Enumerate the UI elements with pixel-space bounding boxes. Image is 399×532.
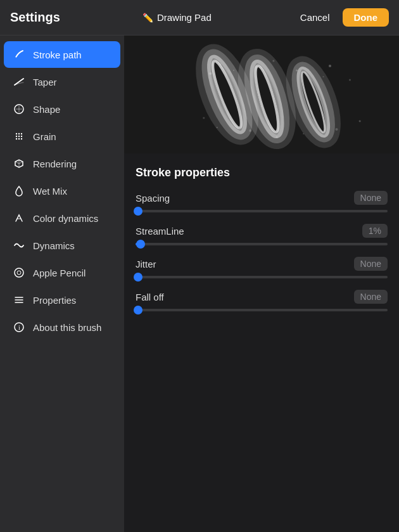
about-icon: i <box>13 321 25 334</box>
svg-point-4 <box>21 133 22 134</box>
svg-point-35 <box>272 60 274 62</box>
slider-fall-off[interactable] <box>136 309 388 311</box>
sidebar: Stroke pathTaperShapeGrainRenderingWet M… <box>0 36 124 532</box>
svg-point-34 <box>256 66 258 68</box>
brush-stroke-svg <box>124 36 399 153</box>
main-layout: Stroke pathTaperShapeGrainRenderingWet M… <box>0 36 399 532</box>
sidebar-item-rendering[interactable]: Rendering <box>4 150 120 177</box>
slider-jitter[interactable] <box>136 276 388 278</box>
svg-point-40 <box>203 117 205 119</box>
property-row-streamline: StreamLine1% <box>136 224 388 245</box>
color-dynamics-icon <box>13 212 25 224</box>
sidebar-item-dynamics[interactable]: Dynamics <box>4 232 120 259</box>
sidebar-item-label-taper: Taper <box>33 77 57 88</box>
sidebar-item-shape[interactable]: Shape <box>4 96 120 122</box>
property-value-jitter: None <box>354 257 388 271</box>
svg-point-38 <box>329 65 331 67</box>
sidebar-item-label-rendering: Rendering <box>33 159 77 169</box>
sidebar-item-stroke-path[interactable]: Stroke path <box>4 41 120 68</box>
svg-point-45 <box>335 128 338 131</box>
sidebar-item-label-color-dynamics: Color dynamics <box>33 213 98 224</box>
property-value-streamline: 1% <box>362 224 388 238</box>
svg-point-7 <box>21 136 22 137</box>
property-header-jitter: JitterNone <box>136 257 388 271</box>
sidebar-item-label-properties: Properties <box>33 295 76 306</box>
svg-point-5 <box>16 136 17 137</box>
svg-point-9 <box>18 138 20 139</box>
svg-point-46 <box>359 120 361 122</box>
rendering-icon <box>13 157 25 170</box>
svg-point-36 <box>296 70 298 72</box>
sidebar-item-taper[interactable]: Taper <box>4 68 120 95</box>
svg-point-8 <box>16 138 17 139</box>
sidebar-item-grain[interactable]: Grain <box>4 123 120 150</box>
sidebar-item-apple-pencil[interactable]: Apple Pencil <box>4 259 120 286</box>
svg-point-33 <box>233 70 234 71</box>
svg-point-42 <box>249 129 251 132</box>
property-row-jitter: JitterNone <box>136 257 388 278</box>
sidebar-item-label-stroke-path: Stroke path <box>33 49 82 60</box>
properties-list: SpacingNoneStreamLine1%JitterNoneFall of… <box>136 191 388 311</box>
slider-thumb-jitter[interactable] <box>134 273 142 282</box>
header: Settings ✏️ Drawing Pad Cancel Done <box>0 0 399 36</box>
property-row-spacing: SpacingNone <box>136 191 388 212</box>
shape-icon <box>13 103 25 115</box>
taper-icon <box>13 75 25 88</box>
sidebar-item-label-about: About this brush <box>33 322 101 333</box>
sidebar-item-label-dynamics: Dynamics <box>33 240 75 251</box>
svg-point-0 <box>14 57 16 60</box>
cancel-button[interactable]: Cancel <box>294 8 336 27</box>
slider-thumb-fall-off[interactable] <box>134 306 142 315</box>
svg-point-41 <box>217 127 218 128</box>
property-header-spacing: SpacingNone <box>136 191 388 205</box>
svg-point-43 <box>276 136 278 138</box>
sidebar-item-label-wet-mix: Wet Mix <box>33 186 67 197</box>
sidebar-item-wet-mix[interactable]: Wet Mix <box>4 178 120 204</box>
property-value-fall-off: None <box>354 290 388 304</box>
property-header-streamline: StreamLine1% <box>136 224 388 238</box>
slider-spacing[interactable] <box>136 210 388 212</box>
sidebar-item-label-shape: Shape <box>33 104 60 115</box>
slider-thumb-streamline[interactable] <box>136 240 145 249</box>
sidebar-item-label-apple-pencil: Apple Pencil <box>33 268 86 278</box>
svg-point-37 <box>322 76 324 77</box>
sidebar-item-about[interactable]: iAbout this brush <box>4 314 120 341</box>
sidebar-item-properties[interactable]: Properties <box>4 287 120 313</box>
content-area: Stroke properties SpacingNoneStreamLine1… <box>124 36 399 532</box>
section-title: Stroke properties <box>136 166 388 179</box>
property-header-fall-off: Fall offNone <box>136 290 388 304</box>
svg-point-39 <box>349 79 351 81</box>
stroke-path-icon <box>13 48 25 61</box>
svg-point-2 <box>16 133 17 134</box>
svg-point-12 <box>17 271 21 275</box>
svg-point-44 <box>303 133 304 134</box>
slider-thumb-spacing[interactable] <box>134 207 142 216</box>
svg-point-6 <box>18 136 20 137</box>
svg-point-3 <box>18 133 20 134</box>
properties-icon <box>13 294 25 306</box>
property-label-jitter: Jitter <box>136 259 156 269</box>
property-label-spacing: Spacing <box>136 193 170 204</box>
drawing-pad-label-group: ✏️ Drawing Pad <box>142 12 212 23</box>
pencil-edit-icon: ✏️ <box>142 13 153 23</box>
sidebar-item-label-grain: Grain <box>33 131 56 142</box>
slider-streamline[interactable] <box>136 243 388 245</box>
drawing-pad-label: Drawing Pad <box>157 12 212 23</box>
sidebar-item-color-dynamics[interactable]: Color dynamics <box>4 205 120 231</box>
svg-point-10 <box>21 138 22 139</box>
svg-point-31 <box>209 72 212 75</box>
property-value-spacing: None <box>354 191 388 205</box>
dynamics-icon <box>13 239 25 252</box>
header-actions: Cancel Done <box>294 8 389 27</box>
apple-pencil-icon <box>13 266 25 279</box>
svg-point-11 <box>15 268 23 277</box>
done-button[interactable]: Done <box>343 8 390 27</box>
property-label-streamline: StreamLine <box>136 226 184 237</box>
property-label-fall-off: Fall off <box>136 292 164 302</box>
property-row-fall-off: Fall offNone <box>136 290 388 311</box>
svg-point-32 <box>219 63 221 65</box>
page-title: Settings <box>10 10 60 25</box>
grain-icon <box>13 130 25 143</box>
wet-mix-icon <box>13 185 25 197</box>
svg-text:i: i <box>18 324 20 331</box>
